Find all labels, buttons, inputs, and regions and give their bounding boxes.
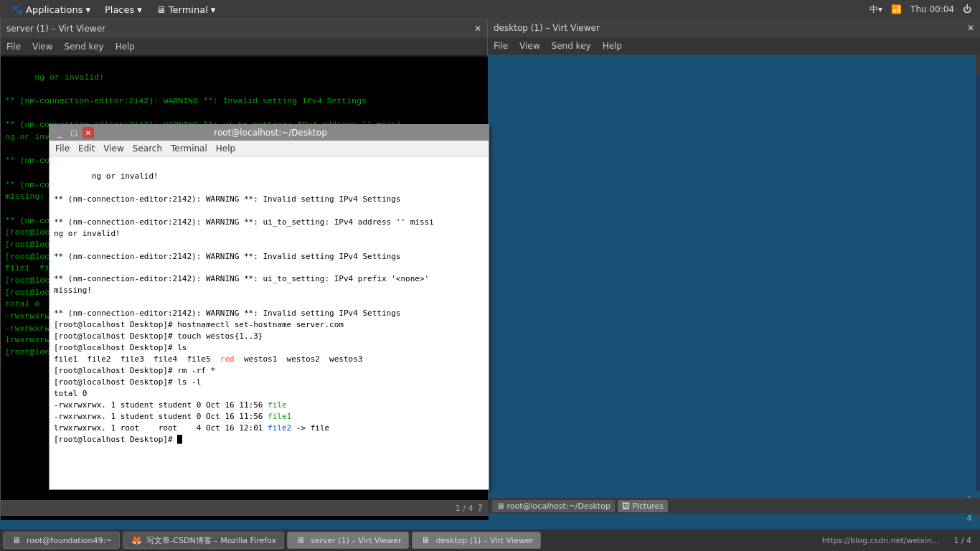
taskbar-item-server[interactable]: 🖥 server (1) – Virt Viewer [287,532,409,549]
virt-file-menu[interactable]: File [6,42,21,52]
ft-search[interactable]: Search [133,143,162,154]
places-menu[interactable]: Places ▾ [99,3,148,17]
thumb-pictures-label: Pictures [632,501,664,511]
inner-terminal-close-btn[interactable]: ✕ [83,127,94,138]
left-page-indicator: 1 / 4 [456,504,473,513]
taskbar-server-icon: 🖥 [295,534,306,546]
system-bar: 🐾 Applications ▾ Places ▾ 🖥 Terminal ▾ 中… [0,0,980,19]
terminal-icon: 🖥 [156,4,166,15]
input-method[interactable]: 中▾ [870,4,882,16]
taskbar-firefox-icon: 🦊 [131,534,142,546]
left-help-icon[interactable]: ? [478,502,483,514]
applications-label: Applications [26,4,83,15]
system-bar-left: 🐾 Applications ▾ Places ▾ 🖥 Terminal ▾ [0,3,221,17]
applications-menu[interactable]: 🐾 Applications ▾ [6,3,96,17]
virt-viewer-right-close[interactable]: ✕ [967,23,974,33]
taskbar-item-terminal[interactable]: 🖥 root@foundation49:~ [3,532,120,549]
places-chevron-icon: ▾ [137,4,142,15]
inner-terminal-window: _ □ ✕ root@localhost:~/Desktop File Edit… [49,124,489,490]
ft-terminal[interactable]: Terminal [171,143,207,154]
taskbar-desktop-icon: 🖥 [420,534,431,546]
virt-r-help[interactable]: Help [603,41,622,51]
left-viewer-status: 1 / 4 ? [1,500,489,516]
network-icon: 📶 [891,4,902,14]
taskbar-server-label: server (1) – Virt Viewer [311,536,401,545]
thumb-pictures-icon: 🖼 [622,501,630,511]
inner-terminal-titlebar: _ □ ✕ root@localhost:~/Desktop [50,125,489,141]
ft-edit[interactable]: Edit [78,143,95,154]
virt-viewer-left-close[interactable]: ✕ [474,24,481,34]
terminal-menu[interactable]: 🖥 Terminal ▾ [151,3,221,17]
inner-gnome-panel: 🐾 Applications Places Files [976,55,980,75]
taskbar-terminal-label: root@foundation49:~ [27,536,112,545]
page-num-text: 1 / 4 [953,536,971,545]
terminal-chevron-icon: ▾ [211,4,216,15]
inner-terminal-body: ng or invalid! ** (nm-connection-editor:… [50,156,489,489]
app-chevron-icon: ▾ [85,4,90,15]
places-label: Places [105,4,134,15]
virt-viewer-left-menu: File View Send key Help [1,38,487,55]
thumbnail-pictures-btn[interactable]: 🖼 Pictures [618,500,668,512]
inner-terminal-min-btn[interactable]: _ [54,127,65,138]
thumb-terminal-label: root@localhost:~/Desktop [507,501,611,511]
inner-terminal-max-btn[interactable]: □ [68,127,80,138]
ft-file[interactable]: File [55,143,70,154]
virt-view-menu[interactable]: View [32,42,52,52]
terminal-label: Terminal [169,4,208,15]
virt-r-file[interactable]: File [494,41,508,51]
desktop: server (1) – Virt Viewer ✕ File View Sen… [0,19,980,529]
virt-viewer-right: desktop (1) – Virt Viewer ✕ File View Se… [488,19,980,517]
taskbar-firefox-label: 写文章-CSDN博客 – Mozilla Firefox [146,535,276,546]
inner-terminal-title-text: root@localhost:~/Desktop [214,128,327,138]
taskbar-page-num: 1 / 4 [948,536,977,545]
virt-sendkey-menu[interactable]: Send key [65,42,104,52]
virt-viewer-right-title: desktop (1) – Virt Viewer [494,23,600,33]
thumb-terminal-icon: 🖥 [496,501,504,511]
inner-terminal-menu: File Edit View Search Terminal Help [50,141,489,156]
viewer-thumbnail-bar: 🖥 root@localhost:~/Desktop 🖼 Pictures [488,498,980,514]
virt-viewer-right-titlebar: desktop (1) – Virt Viewer ✕ [488,19,980,37]
taskbar-desktop-label: desktop (1) – Virt Viewer [435,536,533,545]
virt-r-view[interactable]: View [519,41,540,51]
ft-view[interactable]: View [103,143,123,154]
thumbnail-terminal-btn[interactable]: 🖥 root@localhost:~/Desktop [492,500,615,512]
taskbar-url: https://blog.csdn.net/weixin... [816,536,946,545]
taskbar-url-text: https://blog.csdn.net/weixin... [822,536,940,545]
clock: Thu 00:04 [910,4,954,14]
inner-bg-terminal: none, off numbered, t existing, ni simpl… [976,75,980,491]
taskbar-terminal-icon: 🖥 [11,534,22,546]
ft-help[interactable]: Help [216,143,235,154]
taskbar: 🖥 root@foundation49:~ 🦊 写文章-CSDN博客 – Moz… [0,529,980,551]
app-icon: 🐾 [11,4,23,15]
virt-help-menu[interactable]: Help [116,42,135,52]
power-icon: ⏻ [963,4,971,14]
virt-viewer-right-menu: File View Send key Help [488,37,980,55]
system-bar-right: 中▾ 📶 Thu 00:04 ⏻ [870,4,980,16]
virt-r-sendkey[interactable]: Send key [552,41,591,51]
virt-viewer-left: server (1) – Virt Viewer ✕ File View Sen… [0,19,488,517]
taskbar-item-firefox[interactable]: 🦊 写文章-CSDN博客 – Mozilla Firefox [123,532,284,549]
taskbar-item-desktop[interactable]: 🖥 desktop (1) – Virt Viewer [412,532,541,549]
virt-viewer-left-titlebar: server (1) – Virt Viewer ✕ [1,19,487,38]
virt-viewer-left-title: server (1) – Virt Viewer [6,24,105,34]
